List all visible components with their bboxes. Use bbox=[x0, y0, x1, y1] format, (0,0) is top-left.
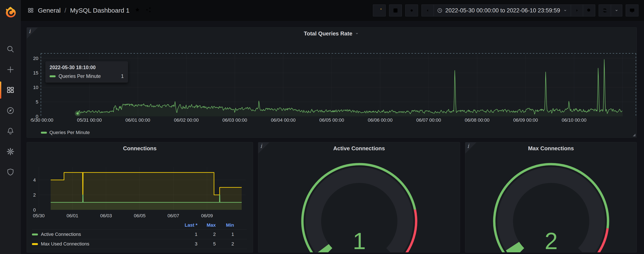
dashboard-settings-button[interactable] bbox=[405, 5, 418, 17]
x-axis-tick-label: 06/02 00:00 bbox=[174, 117, 199, 123]
x-axis-tick-label: 06/01 bbox=[66, 213, 78, 218]
legend-table-row[interactable]: Max Used Connections352 bbox=[32, 239, 247, 249]
refresh-group bbox=[599, 5, 622, 17]
x-axis-tick-label: 06/06 00:00 bbox=[368, 117, 392, 123]
sidebar-item-server-admin[interactable] bbox=[0, 162, 21, 182]
panel-header[interactable]: Total Queries Rate bbox=[27, 28, 636, 40]
panel-max-connections: i Max Connections 2 bbox=[465, 142, 637, 252]
y-axis-tick-label: 0 bbox=[33, 207, 36, 213]
legend-swatch bbox=[32, 243, 38, 245]
legend-swatch bbox=[41, 132, 47, 134]
sidebar-item-configuration[interactable] bbox=[0, 141, 21, 162]
stat-min: 1 bbox=[216, 232, 234, 237]
x-axis-tick-label: 05/30 00:00 bbox=[31, 117, 53, 123]
sidebar-item-search[interactable] bbox=[0, 39, 21, 59]
time-shift-forward-button[interactable] bbox=[571, 5, 583, 16]
stat-max: 5 bbox=[198, 241, 216, 247]
column-header-last[interactable]: Last * bbox=[177, 222, 198, 228]
chart-tooltip: 2022-05-30 18:10:00 Queries Per Minute 1 bbox=[45, 61, 128, 83]
sidebar-item-alerting[interactable] bbox=[0, 121, 21, 141]
refresh-dashboard-button[interactable] bbox=[599, 5, 611, 16]
refresh-interval-dropdown[interactable] bbox=[611, 5, 622, 16]
zoom-out-time-button[interactable] bbox=[583, 5, 595, 16]
save-dashboard-button[interactable] bbox=[389, 5, 402, 17]
clock-icon bbox=[437, 8, 443, 14]
column-header-max[interactable]: Max bbox=[198, 222, 216, 228]
gauge-value: 2 bbox=[544, 228, 558, 252]
chevron-down-icon bbox=[563, 8, 568, 13]
panel-info-corner-icon[interactable]: i bbox=[258, 142, 270, 154]
connections-chart[interactable]: 05/3006/0106/0306/0506/0706/09024 bbox=[30, 154, 251, 221]
y-axis-tick-label: 4 bbox=[33, 177, 36, 183]
time-range-label: 2022-05-30 00:00:00 to 2022-06-10 23:59:… bbox=[445, 7, 560, 14]
chevron-down-icon bbox=[614, 8, 619, 13]
sidebar-item-explore[interactable] bbox=[0, 100, 21, 121]
search-icon bbox=[6, 45, 15, 54]
panel-info-corner-icon[interactable]: i bbox=[465, 142, 476, 154]
legend-label: Queries Per Minute bbox=[50, 130, 90, 135]
x-axis-tick-label: 05/31 00:00 bbox=[77, 117, 102, 123]
stat-last: 1 bbox=[177, 232, 198, 237]
tooltip-series-swatch bbox=[50, 75, 56, 77]
dashboards-icon bbox=[6, 86, 15, 94]
star-dashboard-icon[interactable] bbox=[134, 7, 140, 15]
grafana-logo-icon[interactable] bbox=[4, 6, 17, 19]
sidebar-menu bbox=[0, 39, 21, 182]
kiosk-mode-button[interactable] bbox=[626, 5, 638, 17]
x-axis-tick-label: 06/09 bbox=[201, 213, 213, 218]
sidebar-item-dashboards[interactable] bbox=[0, 80, 21, 100]
x-axis-tick-label: 06/01 00:00 bbox=[126, 117, 150, 123]
share-dashboard-icon[interactable] bbox=[145, 7, 152, 15]
dashboard-toolbar: 2022-05-30 00:00:00 to 2022-06-10 23:59:… bbox=[373, 5, 638, 17]
panel-header[interactable]: Connections bbox=[27, 142, 253, 154]
add-panel-button[interactable] bbox=[373, 5, 386, 17]
max-connections-gauge[interactable]: 2 bbox=[465, 142, 637, 252]
y-axis-tick-label: 20 bbox=[33, 56, 38, 61]
x-axis-tick-label: 06/08 00:00 bbox=[465, 117, 490, 123]
total-queries-rate-chart[interactable]: 0510152005/30 00:0005/31 00:0006/01 00:0… bbox=[31, 39, 637, 138]
panel-total-queries-rate: i Total Queries Rate 0510152005/30 00:00… bbox=[26, 27, 637, 138]
y-axis-tick-label: 10 bbox=[33, 85, 38, 90]
dashboards-grid-icon bbox=[27, 7, 34, 14]
legend-table-row[interactable]: Active Connections121 bbox=[32, 229, 247, 239]
legend-swatch bbox=[32, 233, 38, 235]
x-axis-tick-label: 06/09 00:00 bbox=[513, 117, 538, 123]
sidebar-item-create[interactable] bbox=[0, 59, 21, 80]
column-header-min[interactable]: Min bbox=[216, 222, 234, 228]
time-shift-back-button[interactable] bbox=[422, 5, 434, 16]
legend-series-label: Active Connections bbox=[41, 232, 81, 237]
x-axis-tick-label: 06/05 bbox=[134, 213, 146, 218]
stat-last: 3 bbox=[177, 241, 198, 247]
x-axis-tick-label: 06/07 00:00 bbox=[416, 117, 441, 123]
server-admin-icon bbox=[6, 168, 15, 177]
x-axis-tick-label: 06/04 00:00 bbox=[271, 117, 296, 123]
y-axis-tick-label: 2 bbox=[33, 192, 36, 198]
active-connections-gauge[interactable]: 1 bbox=[258, 142, 460, 252]
panel-title: Total Queries Rate bbox=[304, 30, 352, 37]
dashboard-grid: i Total Queries Rate 0510152005/30 00:00… bbox=[21, 21, 644, 254]
stat-min: 2 bbox=[216, 241, 234, 247]
legend-item-queries-per-minute[interactable]: Queries Per Minute bbox=[41, 130, 90, 135]
breadcrumb-dashboard-title[interactable]: MySQL Dashboard 1 bbox=[70, 7, 130, 14]
time-picker-group: 2022-05-30 00:00:00 to 2022-06-10 23:59:… bbox=[422, 5, 595, 17]
legend-table-header: Last *MaxMin bbox=[32, 221, 247, 229]
configuration-icon bbox=[6, 147, 15, 156]
alerting-icon bbox=[6, 126, 15, 136]
stat-max: 2 bbox=[198, 232, 216, 237]
panel-connections: Connections 05/3006/0106/0306/0506/0706/… bbox=[26, 142, 253, 252]
gauge-value: 1 bbox=[353, 228, 366, 252]
panel-info-corner-icon[interactable]: i bbox=[27, 28, 38, 39]
breadcrumb-folder[interactable]: General bbox=[38, 7, 61, 14]
time-range-picker[interactable]: 2022-05-30 00:00:00 to 2022-06-10 23:59:… bbox=[434, 5, 571, 16]
x-axis-tick-label: 06/10 00:00 bbox=[562, 117, 586, 123]
panel-title: Connections bbox=[123, 145, 156, 152]
explore-icon bbox=[6, 106, 15, 115]
x-axis-tick-label: 06/03 bbox=[100, 213, 112, 218]
legend-series-label: Max Used Connections bbox=[41, 241, 89, 247]
breadcrumb: General / MySQL Dashboard 1 bbox=[27, 7, 152, 15]
x-axis-tick-label: 05/30 bbox=[33, 213, 44, 218]
create-icon bbox=[6, 65, 15, 74]
panel-active-connections: i Active Connections 1 bbox=[258, 142, 460, 252]
y-axis-tick-label: 15 bbox=[33, 70, 38, 76]
panel-menu-chevron-icon bbox=[354, 31, 360, 36]
